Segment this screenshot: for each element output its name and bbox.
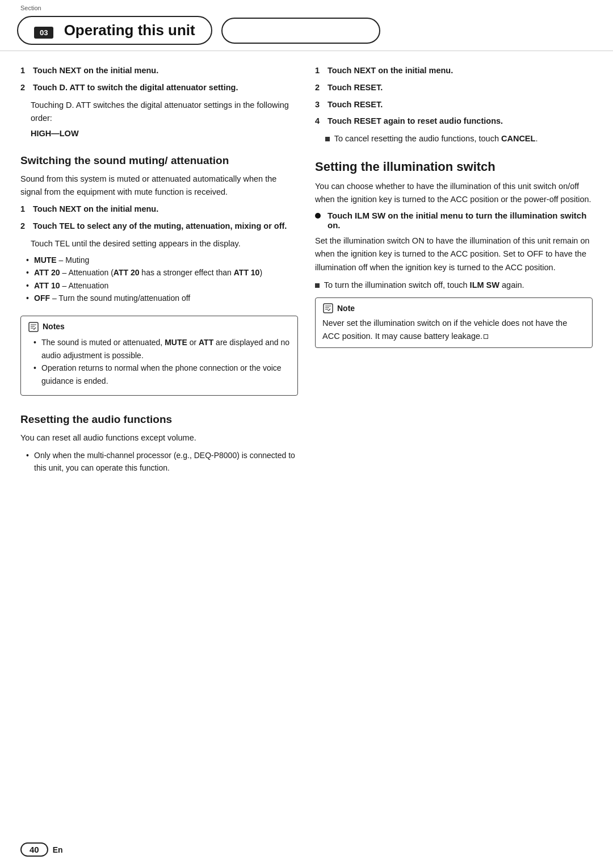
header-right-box — [221, 18, 380, 44]
r-step-3-text: Touch RESET. — [328, 99, 383, 111]
notes-title: Notes — [43, 321, 65, 333]
sw-step-1-num: 1 — [20, 203, 28, 216]
page-footer: 40 En — [20, 842, 63, 857]
step-2-body: Touching D. ATT switches the digital att… — [20, 99, 298, 125]
r-step-3: 3 Touch RESET. — [315, 99, 593, 111]
lang-label: En — [53, 845, 63, 854]
ilm-step-body1: Set the illumination switch ON to have t… — [315, 234, 593, 274]
mute-bullets: MUTE – Muting ATT 20 – Attenuation (ATT … — [20, 254, 298, 305]
page-number: 40 — [20, 842, 48, 857]
r-step-4: 4 Touch RESET again to reset audio funct… — [315, 115, 593, 128]
resetting-bullet-1: Only when the multi-channel processor (e… — [26, 449, 298, 475]
sw-step-2-heading: Touch TEL to select any of the muting, a… — [33, 221, 287, 230]
r-step-4-heading: Touch RESET again to reset audio functio… — [328, 116, 503, 125]
step-1-text: Touch NEXT on the initial menu. — [33, 65, 158, 77]
section-label: Section — [20, 5, 41, 11]
left-column: 1 Touch NEXT on the initial menu. 2 Touc… — [20, 51, 298, 486]
r-step-2-text: Touch RESET. — [328, 82, 383, 94]
bullet-att20: ATT 20 – Attenuation (ATT 20 has a stron… — [26, 266, 298, 279]
illumination-body: You can choose whether to have the illum… — [315, 180, 593, 206]
svg-rect-1 — [324, 304, 333, 313]
notes-list: The sound is muted or attenuated, MUTE o… — [28, 336, 291, 387]
note-2: Operation returns to normal when the pho… — [33, 362, 291, 387]
notes-icon — [28, 321, 39, 333]
note-icon — [322, 303, 334, 314]
sw-step-1: 1 Touch NEXT on the initial menu. — [20, 203, 298, 216]
switching-heading: Switching the sound muting/ attenuation — [20, 154, 298, 168]
note-header: Note — [322, 303, 585, 315]
step-2: 2 Touch D. ATT to switch the digital att… — [20, 82, 298, 94]
sw-step-2: 2 Touch TEL to select any of the muting,… — [20, 220, 298, 233]
step-1: 1 Touch NEXT on the initial menu. — [20, 65, 298, 77]
sw-step-2-content: Touch TEL to select any of the muting, a… — [33, 220, 287, 233]
r-step-3-num: 3 — [315, 99, 323, 111]
ilm-step: Touch ILM SW on the initial menu to turn… — [315, 211, 593, 230]
step-1-num: 1 — [20, 65, 28, 77]
resetting-bullets: Only when the multi-channel processor (e… — [20, 449, 298, 475]
section-number: 03 — [34, 27, 53, 39]
bullet-att10: ATT 10 – Attenuation — [26, 279, 298, 292]
r-step-1-num: 1 — [315, 65, 323, 77]
switching-body: Sound from this system is muted or atten… — [20, 173, 298, 199]
end-square — [484, 334, 488, 339]
r-step-4-content: Touch RESET again to reset audio functio… — [328, 115, 503, 128]
r-step-2: 2 Touch RESET. — [315, 82, 593, 94]
note-1: The sound is muted or attenuated, MUTE o… — [33, 336, 291, 362]
resetting-heading: Resetting the audio functions — [20, 413, 298, 427]
square-bullet-icon — [325, 137, 330, 141]
high-low: HIGH—LOW — [20, 127, 298, 140]
bullet-mute: MUTE – Muting — [26, 254, 298, 266]
r-step-1: 1 Touch NEXT on the initial menu. — [315, 65, 593, 77]
ilm-step-heading: Touch ILM SW on the initial menu to turn… — [328, 211, 586, 230]
notes-header: Notes — [28, 321, 291, 333]
bullet-off: OFF – Turn the sound muting/attenuation … — [26, 292, 298, 304]
step-2-num: 2 — [20, 82, 28, 94]
resetting-section: Resetting the audio functions You can re… — [20, 413, 298, 475]
note-title: Note — [337, 303, 355, 315]
right-column: 1 Touch NEXT on the initial menu. 2 Touc… — [315, 51, 593, 486]
section-title-box: 03 Operating this unit — [17, 16, 212, 45]
ilm-step-content: Touch ILM SW on the initial menu to turn… — [328, 211, 593, 230]
step-2-content: Touch D. ATT to switch the digital atten… — [33, 82, 238, 94]
illumination-heading: Setting the illumination switch — [315, 159, 593, 175]
sw-step-2-num: 2 — [20, 220, 28, 233]
notes-box: Notes The sound is muted or attenuated, … — [20, 316, 298, 396]
ilm-step-body2-container: To turn the illumination switch off, tou… — [315, 279, 593, 292]
square-bullet-icon-2 — [315, 283, 320, 288]
note-body: Never set the illumination switch on if … — [322, 317, 585, 343]
section-header: 03 Operating this unit — [0, 0, 613, 51]
sw-step-2-body: Touch TEL until the desired setting appe… — [20, 237, 298, 250]
switching-section: Switching the sound muting/ attenuation … — [20, 154, 298, 304]
r-step-2-num: 2 — [315, 82, 323, 94]
r-step-4-body: To cancel resetting the audio functions,… — [315, 132, 593, 145]
sw-step-1-text: Touch NEXT on the initial menu. — [33, 203, 158, 216]
page-container: Section 03 Operating this unit 1 Touch N… — [0, 0, 613, 868]
r-step-1-text: Touch NEXT on the initial menu. — [328, 65, 453, 77]
note-box: Note Never set the illumination switch o… — [315, 297, 593, 348]
svg-rect-0 — [29, 322, 38, 332]
circle-bullet-icon — [315, 213, 321, 219]
r-step-4-num: 4 — [315, 115, 323, 128]
content-area: 1 Touch NEXT on the initial menu. 2 Touc… — [0, 51, 613, 503]
section-title: Operating this unit — [64, 22, 195, 39]
illumination-section: Setting the illumination switch You can … — [315, 159, 593, 348]
step-2-heading: Touch D. ATT to switch the digital atten… — [33, 83, 238, 92]
resetting-body: You can reset all audio functions except… — [20, 431, 298, 445]
